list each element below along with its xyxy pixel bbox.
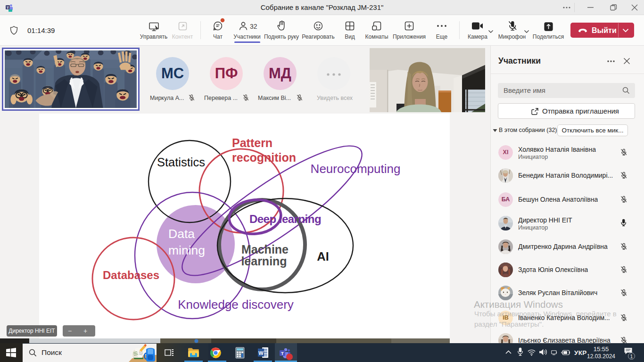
svg-text:T: T: [7, 6, 9, 10]
svg-text:Neurocomputing: Neurocomputing: [311, 162, 401, 176]
svg-text:mining: mining: [168, 243, 205, 257]
svg-text:Statistics: Statistics: [157, 156, 205, 169]
svg-text:Data: Data: [168, 227, 195, 241]
svg-text:Databases: Databases: [103, 269, 159, 281]
svg-text:Pattern: Pattern: [232, 136, 272, 149]
svg-text:Knowledge discovery: Knowledge discovery: [178, 297, 294, 312]
svg-text:learning: learning: [241, 255, 287, 268]
svg-text:AI: AI: [317, 250, 329, 263]
svg-text:W: W: [258, 350, 264, 356]
svg-text:Machine: Machine: [241, 243, 289, 256]
svg-text:recognition: recognition: [232, 151, 296, 164]
svg-text:Deep learning: Deep learning: [249, 213, 321, 225]
svg-text:T: T: [281, 351, 284, 356]
